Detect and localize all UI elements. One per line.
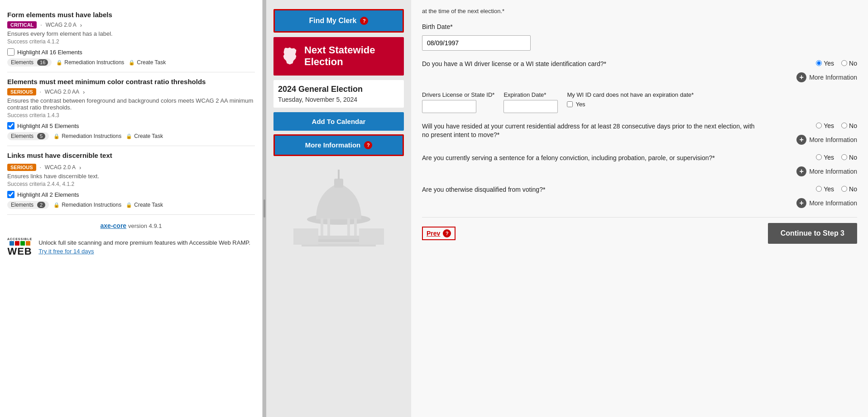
disqualified-yes-option[interactable]: Yes xyxy=(816,185,834,193)
wi-license-question: Do you have a WI driver license or a WI … xyxy=(422,60,758,69)
residency-yes-option[interactable]: Yes xyxy=(816,122,834,129)
disqualified-no-label: No xyxy=(849,185,857,193)
continue-label: Continue to Step 3 xyxy=(781,229,844,237)
branding-text: Unlock full site scanning and more premi… xyxy=(38,238,255,256)
svg-rect-1 xyxy=(334,179,343,188)
disqualified-yes-radio[interactable] xyxy=(816,186,822,192)
wi-state-icon xyxy=(281,47,299,65)
rule1-remediation-label: Remediation Instructions xyxy=(64,59,124,66)
no-expiry-group: My WI ID card does not have an expiratio… xyxy=(567,91,694,108)
rule2-actions: Elements 5 🔒 Remediation Instructions 🔒 … xyxy=(7,132,255,140)
rule1-count: 16 xyxy=(37,59,48,66)
disqualified-section: Are you otherwise disqualified from voti… xyxy=(422,185,857,208)
drivers-license-input[interactable] xyxy=(422,100,476,113)
disqualified-yes-label: Yes xyxy=(824,185,834,193)
rule1-chevron[interactable]: › xyxy=(80,22,82,28)
election-date: Tuesday, November 5, 2024 xyxy=(278,96,399,103)
felony-yes-radio[interactable] xyxy=(816,154,822,160)
rule2-remediation-link[interactable]: 🔒 Remediation Instructions xyxy=(53,133,121,139)
no-expiry-check: Yes xyxy=(567,101,694,108)
logo-box-red xyxy=(15,241,19,246)
disqualified-radio-group: Yes No xyxy=(816,185,857,193)
wi-license-more-info[interactable]: + More Information xyxy=(796,72,857,82)
rule3-chevron[interactable]: › xyxy=(79,164,81,171)
residency-no-option[interactable]: No xyxy=(841,122,857,129)
find-clerk-button[interactable]: Find My Clerk ? xyxy=(273,9,404,33)
wi-license-more-info-label: More Information xyxy=(809,74,857,81)
rule1-highlight-row: Highlight All 16 Elements xyxy=(7,48,255,56)
logo-brand: WEB xyxy=(7,246,32,256)
rule3-remediation-label: Remediation Instructions xyxy=(62,202,121,208)
rule3-create-task-link[interactable]: 🔒 Create Task xyxy=(126,202,163,208)
continue-button[interactable]: Continue to Step 3 xyxy=(768,223,857,244)
disqualified-no-radio[interactable] xyxy=(841,186,847,192)
rule3-remediation-link[interactable]: 🔒 Remediation Instructions xyxy=(53,202,121,208)
add-calendar-button[interactable]: Add To Calendar xyxy=(273,112,404,131)
rule1-highlight-checkbox[interactable] xyxy=(7,48,14,56)
svg-rect-3 xyxy=(321,218,323,237)
rule2-highlight-checkbox[interactable] xyxy=(7,122,14,129)
rule1-title: Form elements must have labels xyxy=(7,11,255,19)
expiration-date-input[interactable] xyxy=(504,100,558,113)
no-expiry-checkbox-label: Yes xyxy=(575,101,585,108)
logo-box-green xyxy=(20,241,25,246)
rule3-task-lock-icon: 🔒 xyxy=(126,202,132,208)
rule-form-labels: Form elements must have labels CRITICAL … xyxy=(7,5,255,72)
residency-radio-group: Yes No xyxy=(816,122,857,129)
svg-rect-5 xyxy=(347,218,350,237)
birth-date-label: Birth Date* xyxy=(422,23,857,32)
try-free-link[interactable]: Try it free for 14 days xyxy=(38,248,94,255)
felony-no-option[interactable]: No xyxy=(841,154,857,161)
felony-more-info[interactable]: + More Information xyxy=(796,166,857,176)
add-calendar-label: Add To Calendar xyxy=(312,118,366,125)
wi-license-no-radio[interactable] xyxy=(841,60,847,66)
rule-link-text: Links must have discernible text SERIOUS… xyxy=(7,146,255,215)
residency-yes-label: Yes xyxy=(824,122,834,129)
rule2-create-task-link[interactable]: 🔒 Create Task xyxy=(126,133,163,139)
felony-yes-option[interactable]: Yes xyxy=(816,154,834,161)
rule3-elements-pill: Elements 2 xyxy=(7,201,49,209)
felony-more-info-label: More Information xyxy=(809,168,857,175)
rule3-criteria: Success criteria 2.4.4, 4.1.2 xyxy=(7,181,255,187)
wi-license-yes-radio[interactable] xyxy=(816,60,822,66)
capitol-image xyxy=(266,165,411,265)
residency-no-radio[interactable] xyxy=(841,123,847,128)
rule1-create-task-label: Create Task xyxy=(137,59,166,66)
no-expiry-checkbox[interactable] xyxy=(567,101,573,107)
rule1-lock-icon: 🔒 xyxy=(56,60,62,66)
rule1-create-task-link[interactable]: 🔒 Create Task xyxy=(129,59,166,66)
find-clerk-label: Find My Clerk xyxy=(309,17,357,25)
residency-no-label: No xyxy=(849,122,857,129)
residency-yes-radio[interactable] xyxy=(816,123,822,128)
wi-license-no-option[interactable]: No xyxy=(841,60,857,67)
accessible-web-logo: ACCESSIBLE WEB xyxy=(7,237,32,256)
rule1-elements-pill: Elements 16 xyxy=(7,58,52,66)
panel-divider[interactable] xyxy=(263,0,266,417)
wi-license-yes-option[interactable]: Yes xyxy=(816,60,834,67)
rule1-remediation-link[interactable]: 🔒 Remediation Instructions xyxy=(56,59,124,66)
disqualified-more-info[interactable]: + More Information xyxy=(796,198,857,208)
residency-section: Will you have resided at your current re… xyxy=(422,122,857,145)
rule3-highlight-checkbox[interactable] xyxy=(7,191,14,198)
prev-button[interactable]: Prev ? xyxy=(422,227,456,240)
rule2-chevron[interactable]: › xyxy=(83,89,85,95)
rule2-desc: Ensures the contrast between foreground … xyxy=(7,97,255,111)
axe-core-link[interactable]: axe-core xyxy=(101,222,127,229)
wi-license-radio-group: Yes No xyxy=(816,60,857,67)
rule2-remediation-label: Remediation Instructions xyxy=(62,133,121,139)
rule1-wcag: WCAG 2.0 A xyxy=(46,22,77,28)
disqualified-no-option[interactable]: No xyxy=(841,185,857,193)
election-info: 2024 General Election Tuesday, November … xyxy=(273,80,404,108)
rule2-highlight-row: Highlight All 5 Elements xyxy=(7,122,255,129)
rule1-badge: CRITICAL xyxy=(7,21,37,28)
rule2-lock-icon: 🔒 xyxy=(53,133,60,139)
rule3-wcag: WCAG 2.0 A xyxy=(45,164,76,171)
felony-no-radio[interactable] xyxy=(841,154,847,160)
prev-question-badge: ? xyxy=(443,229,451,237)
residency-more-info[interactable]: + More Information xyxy=(796,135,857,145)
rule2-elements-pill: Elements 5 xyxy=(7,132,49,140)
more-info-button[interactable]: More Information ? xyxy=(273,134,404,156)
birth-date-input[interactable] xyxy=(422,35,531,51)
rule2-task-lock-icon: 🔒 xyxy=(126,133,132,139)
rule3-elements-label: Elements xyxy=(11,202,34,208)
